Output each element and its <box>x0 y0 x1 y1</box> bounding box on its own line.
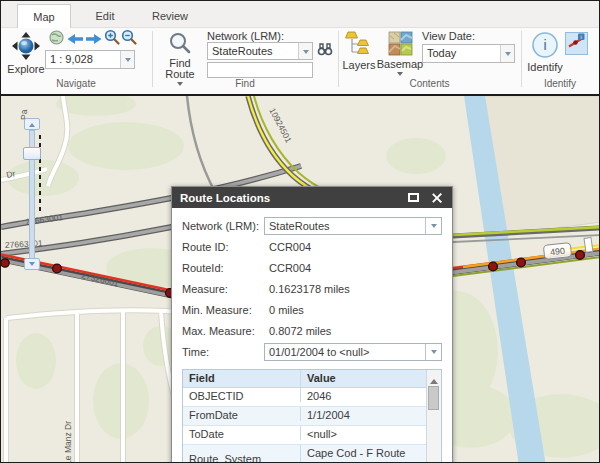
map-scale-combo[interactable]: 1 : 9,028 <box>45 50 135 69</box>
network-field-dropdown-arrow[interactable] <box>425 218 441 234</box>
tab-map[interactable]: Map <box>17 4 71 28</box>
map-zoom-slider[interactable] <box>23 118 41 270</box>
scrollbar-up-arrow[interactable] <box>430 375 438 384</box>
table-scrollbar[interactable] <box>426 370 441 463</box>
next-extent-button[interactable] <box>85 32 103 47</box>
fixed-zoom-in-button[interactable] <box>103 30 120 48</box>
close-icon[interactable] <box>431 192 443 204</box>
maximize-icon[interactable] <box>408 193 419 202</box>
cell-value: 1/1/2004 <box>301 407 426 422</box>
measure-value: 0.1623178 miles <box>264 283 442 295</box>
bridge-symbol <box>584 238 593 253</box>
attributes-table: Field Value OBJECTID 2046 FromDate 1/1/2… <box>182 369 442 463</box>
max-measure-label: Max. Measure: <box>182 325 264 337</box>
table-header-row: Field Value <box>183 370 426 388</box>
identify-group-label: Identify <box>521 78 599 89</box>
route-shield-label: 490 <box>550 246 566 258</box>
back-arrow-icon <box>67 31 83 49</box>
forward-arrow-icon <box>86 31 102 49</box>
route-locations-dialog[interactable]: Route Locations Network (LRM): StateRout… <box>171 186 453 463</box>
map-scale-value: 1 : 9,028 <box>46 51 120 68</box>
basemap-tiles-icon <box>388 31 413 58</box>
tab-edit[interactable]: Edit <box>79 4 131 28</box>
view-date-dropdown-arrow[interactable] <box>500 45 514 62</box>
view-date-value: Today <box>423 45 500 62</box>
min-measure-label: Min. Measure: <box>182 304 264 316</box>
route-shield: 490 <box>543 243 571 260</box>
network-field-value: StateRoutes <box>265 218 425 234</box>
time-dropdown-arrow[interactable] <box>425 344 441 360</box>
cell-field: OBJECTID <box>183 388 301 402</box>
cell-value: 2046 <box>301 388 426 403</box>
view-date-label: View Date: <box>422 30 475 42</box>
ribbon: Map Edit Review Explore <box>1 1 599 94</box>
map-scale-dropdown-arrow[interactable] <box>120 51 134 68</box>
ribbon-tab-row: Map Edit Review <box>1 1 599 28</box>
navigate-group-label: Navigate <box>1 78 151 89</box>
max-measure-value: 0.8072 miles <box>264 325 442 337</box>
field-row-max-measure: Max. Measure: 0.8072 miles <box>182 321 442 340</box>
identify-route-tool-icon: i <box>568 33 585 54</box>
column-header-field: Field <box>183 370 301 387</box>
search-routes-button[interactable] <box>316 43 334 59</box>
full-extent-button[interactable] <box>48 31 65 48</box>
cell-field: ToDate <box>183 426 301 440</box>
table-row[interactable]: ToDate <null> <box>183 426 426 445</box>
network-field-combo[interactable]: StateRoutes <box>264 217 442 235</box>
field-row-min-measure: Min. Measure: 0 miles <box>182 300 442 319</box>
table-row[interactable]: Route_System Cape Cod - F Route (Minor A… <box>183 445 426 463</box>
fixed-zoom-out-button[interactable] <box>120 30 137 48</box>
route-id-input-value <box>208 63 312 77</box>
column-header-value: Value <box>301 370 426 387</box>
identify-route-locations-tool-button[interactable]: i <box>565 32 588 55</box>
time-value: 01/01/2004 to <null> <box>265 344 425 360</box>
dialog-titlebar[interactable]: Route Locations <box>172 187 452 208</box>
map-view[interactable]: 490 27663001 27663101 27326001 10924501 … <box>1 94 600 463</box>
identify-button[interactable]: i Identify <box>525 31 565 73</box>
network-lrm-dropdown-arrow[interactable] <box>298 43 312 59</box>
slider-thumb[interactable] <box>23 147 41 160</box>
explore-button[interactable]: Explore <box>5 31 47 75</box>
slider-down-button[interactable] <box>24 258 40 270</box>
explore-compass-icon <box>11 31 41 63</box>
map-label-le-manz-dr: Le Manz Dr <box>63 421 73 463</box>
dialog-title: Route Locations <box>172 192 408 204</box>
field-row-measure: Measure: 0.1623178 miles <box>182 279 442 298</box>
previous-extent-button[interactable] <box>66 32 84 47</box>
find-route-magnifier-icon <box>168 31 192 57</box>
cell-field: Route_System <box>183 445 301 463</box>
layers-button[interactable]: Layers <box>340 31 378 71</box>
time-combo[interactable]: 01/01/2004 to <null> <box>264 343 442 361</box>
network-lrm-combo[interactable]: StateRoutes <box>207 42 313 60</box>
network-lrm-value: StateRoutes <box>208 43 298 59</box>
basemap-button[interactable]: Basemap <box>380 31 420 79</box>
time-label: Time: <box>182 346 264 358</box>
scrollbar-thumb[interactable] <box>428 386 439 410</box>
zoom-out-icon <box>121 29 137 49</box>
view-date-combo[interactable]: Today <box>422 44 515 63</box>
table-row[interactable]: FromDate 1/1/2004 <box>183 407 426 426</box>
layers-tree-icon <box>345 31 373 59</box>
application-window: Map Edit Review Explore <box>0 0 600 463</box>
globe-icon <box>49 30 64 49</box>
route-id-value: CCR004 <box>264 241 442 253</box>
field-row-route-id: Route ID: CCR004 <box>182 237 442 256</box>
zoom-in-icon <box>104 29 120 49</box>
basemap-label: Basemap <box>377 59 423 70</box>
cell-value: <null> <box>301 426 426 441</box>
find-route-label: Find Route <box>163 58 197 80</box>
binoculars-icon <box>317 42 333 60</box>
field-row-routeid: RouteId: CCR004 <box>182 258 442 277</box>
table-row[interactable]: OBJECTID 2046 <box>183 388 426 407</box>
route-id-input[interactable] <box>207 62 313 78</box>
network-lrm-label: Network (LRM): <box>207 30 284 42</box>
routeid-value: CCR004 <box>264 262 442 274</box>
routeid-label: RouteId: <box>182 262 264 274</box>
dialog-body: Network (LRM): StateRoutes Route ID: CCR… <box>172 208 452 463</box>
explore-label: Explore <box>7 64 44 75</box>
network-field-label: Network (LRM): <box>182 220 264 232</box>
slider-up-button[interactable] <box>24 118 40 130</box>
field-row-network: Network (LRM): StateRoutes <box>182 216 442 235</box>
tab-review[interactable]: Review <box>141 4 199 28</box>
field-row-time: Time: 01/01/2004 to <null> <box>182 342 442 361</box>
